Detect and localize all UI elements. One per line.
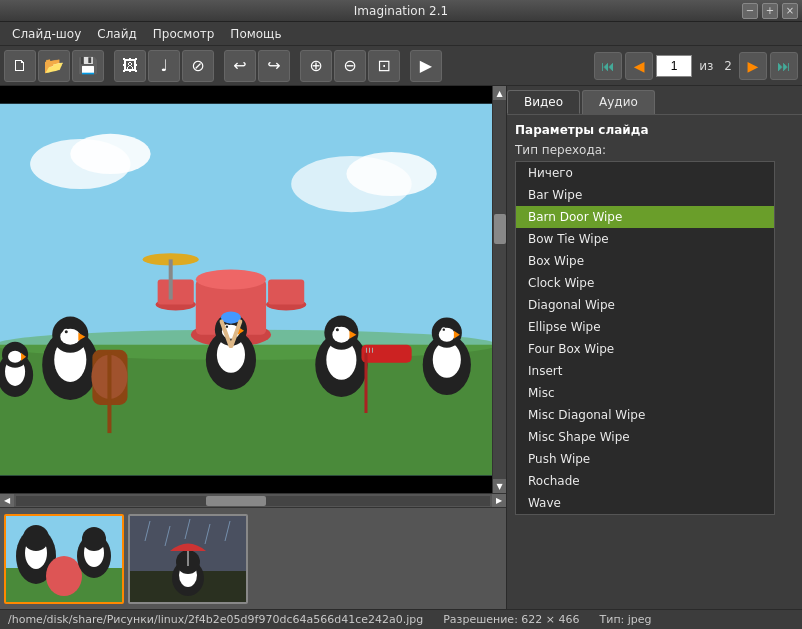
tab-bar: Видео Аудио: [507, 86, 802, 115]
add-image-button[interactable]: 🖼: [114, 50, 146, 82]
titlebar: Imagination 2.1 − + ×: [0, 0, 802, 22]
transition-type-label: Тип перехода:: [515, 143, 794, 157]
add-music-button[interactable]: ♩: [148, 50, 180, 82]
vscroll-track[interactable]: [493, 100, 507, 479]
svg-point-51: [439, 328, 455, 342]
tab-video[interactable]: Видео: [507, 90, 580, 114]
close-button[interactable]: ×: [782, 3, 798, 19]
hscroll-left-button[interactable]: ◀: [0, 494, 14, 508]
menu-view[interactable]: Просмотр: [145, 25, 223, 43]
svg-point-42: [336, 328, 339, 331]
toolbar: 🗋 📂 💾 🖼 ♩ ⊘ ↩ ↪ ⊕ ⊖ ⊡ ▶ ⏮ ◀ из 2 ▶ ⏭: [0, 46, 802, 86]
svg-point-9: [196, 269, 266, 289]
svg-point-2: [70, 134, 150, 174]
transition-dropdown: Ничего Bar Wipe Barn Door Wipe Bow Tie W…: [515, 161, 794, 515]
vscroll-thumb[interactable]: [494, 214, 506, 244]
slide-params-panel: Параметры слайда Тип перехода: Ничего Ba…: [507, 115, 802, 523]
svg-point-22: [65, 330, 68, 333]
svg-rect-43: [361, 345, 411, 363]
svg-point-68: [82, 527, 106, 551]
svg-rect-44: [364, 353, 367, 413]
svg-point-4: [346, 152, 436, 196]
menubar: Слайд-шоу Слайд Просмотр Помощь: [0, 22, 802, 46]
transition-clock-wipe[interactable]: Clock Wipe: [516, 272, 774, 294]
zoom-in-button[interactable]: ⊕: [300, 50, 332, 82]
transition-ellipse-wipe[interactable]: Ellipse Wipe: [516, 316, 774, 338]
transition-push-wipe[interactable]: Push Wipe: [516, 448, 774, 470]
slide-total: 2: [720, 59, 736, 73]
vscroll-down-button[interactable]: ▼: [493, 479, 507, 493]
slide-number-input[interactable]: [656, 55, 692, 77]
h-scrollbar[interactable]: ◀ ▶: [0, 493, 506, 507]
transition-bow-tie-wipe[interactable]: Bow Tie Wipe: [516, 228, 774, 250]
thumbnail-2[interactable]: [128, 514, 248, 604]
thumbnail-1[interactable]: [4, 514, 124, 604]
transition-four-box-wipe[interactable]: Four Box Wipe: [516, 338, 774, 360]
zoom-out-button[interactable]: ⊖: [334, 50, 366, 82]
fit-button[interactable]: ⊡: [368, 50, 400, 82]
hscroll-right-button[interactable]: ▶: [492, 494, 506, 508]
window-controls: − + ×: [742, 3, 798, 19]
nav-next-button[interactable]: ▶: [739, 52, 767, 80]
transition-misc-shape-wipe[interactable]: Misc Shape Wipe: [516, 426, 774, 448]
hscroll-track[interactable]: [16, 496, 490, 506]
transition-rochade[interactable]: Rochade: [516, 470, 774, 492]
transition-insert[interactable]: Insert: [516, 360, 774, 382]
transition-none[interactable]: Ничего: [516, 162, 774, 184]
svg-point-19: [60, 329, 80, 345]
transition-misc[interactable]: Misc: [516, 382, 774, 404]
menu-slideshow[interactable]: Слайд-шоу: [4, 25, 89, 43]
preview-vscrollbar[interactable]: ▲ ▼: [492, 86, 506, 493]
transition-wave[interactable]: Wave: [516, 492, 774, 514]
file-path: /home/disk/share/Рисунки/linux/2f4b2e05d…: [8, 613, 423, 626]
left-panel: ▲ ▼ ◀ ▶: [0, 86, 507, 609]
app-title: Imagination 2.1: [354, 4, 448, 18]
slide-of-label: из: [695, 59, 717, 73]
tab-audio[interactable]: Аудио: [582, 90, 655, 114]
open-button[interactable]: 📂: [38, 50, 70, 82]
preview-container: ▲ ▼: [0, 86, 506, 493]
new-button[interactable]: 🗋: [4, 50, 36, 82]
play-button[interactable]: ▶: [410, 50, 442, 82]
svg-point-64: [23, 525, 49, 551]
main-area: ▲ ▼ ◀ ▶: [0, 86, 802, 609]
transition-bar-wipe[interactable]: Bar Wipe: [516, 184, 774, 206]
svg-rect-13: [268, 279, 304, 304]
statusbar: /home/disk/share/Рисунки/linux/2f4b2e05d…: [0, 609, 802, 629]
hscroll-thumb[interactable]: [206, 496, 266, 506]
menu-help[interactable]: Помощь: [222, 25, 289, 43]
maximize-button[interactable]: +: [762, 3, 778, 19]
minimize-button[interactable]: −: [742, 3, 758, 19]
undo-button[interactable]: ↩: [224, 50, 256, 82]
delete-button[interactable]: ⊘: [182, 50, 214, 82]
svg-point-33: [221, 312, 241, 324]
svg-rect-25: [107, 353, 111, 433]
transition-box-wipe[interactable]: Box Wipe: [516, 250, 774, 272]
svg-rect-15: [169, 259, 173, 299]
svg-rect-11: [158, 279, 194, 304]
resolution-label: Разрешение: 622 × 466: [443, 613, 579, 626]
transition-misc-diagonal-wipe[interactable]: Misc Diagonal Wipe: [516, 404, 774, 426]
svg-point-54: [443, 328, 445, 330]
svg-point-65: [46, 556, 82, 596]
nav-first-button[interactable]: ⏮: [594, 52, 622, 80]
svg-point-58: [8, 351, 22, 363]
file-type-label: Тип: jpeg: [600, 613, 652, 626]
save-button[interactable]: 💾: [72, 50, 104, 82]
thumbnail-strip: [0, 507, 506, 609]
redo-button[interactable]: ↪: [258, 50, 290, 82]
slide-params-title: Параметры слайда: [515, 123, 794, 137]
nav-prev-button[interactable]: ◀: [625, 52, 653, 80]
menu-slide[interactable]: Слайд: [89, 25, 145, 43]
right-panel: Видео Аудио Параметры слайда Тип переход…: [507, 86, 802, 609]
preview-image: [0, 86, 492, 493]
vscroll-up-button[interactable]: ▲: [493, 86, 507, 100]
svg-point-32: [226, 325, 228, 327]
nav-last-button[interactable]: ⏭: [770, 52, 798, 80]
transition-diagonal-wipe[interactable]: Diagonal Wipe: [516, 294, 774, 316]
transition-barn-door-wipe[interactable]: Barn Door Wipe: [516, 206, 774, 228]
transition-list: Ничего Bar Wipe Barn Door Wipe Bow Tie W…: [515, 161, 775, 515]
preview-area: [0, 86, 492, 493]
